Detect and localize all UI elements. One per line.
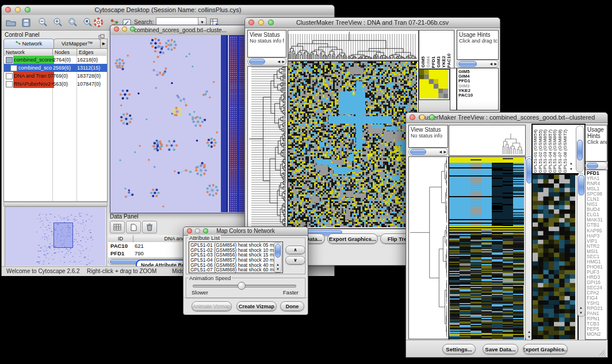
- slider-thumb[interactable]: [238, 282, 246, 290]
- treeview2-titlebar[interactable]: ClusterMaker TreeView : combined_scores_…: [406, 113, 607, 123]
- network-table-row[interactable]: RNAPuberNov2+ 563(0) 107847(0): [4, 80, 107, 88]
- heatmap-global-panel[interactable]: [288, 61, 419, 229]
- save-data-button[interactable]: Save Data...: [483, 344, 518, 354]
- scroll-thumb[interactable]: [577, 140, 583, 160]
- edges-column-header[interactable]: Edges: [77, 49, 106, 56]
- scroll-up-icon[interactable]: ▲: [527, 330, 531, 334]
- scroll-up-icon[interactable]: ▲: [579, 306, 583, 309]
- network-table-row[interactable]: DNA and Tran 07 769(0) 183728(0): [4, 72, 107, 80]
- scroll-right-icon[interactable]: ▶: [443, 150, 446, 154]
- zoom-heatmap-panel[interactable]: [531, 173, 579, 343]
- row-dendrogram-canvas[interactable]: [248, 67, 286, 227]
- scroll-thumb[interactable]: [249, 59, 265, 64]
- zoom-button[interactable]: [268, 20, 274, 25]
- hscrollbar[interactable]: ◀ ▶: [457, 60, 499, 68]
- open-session-button[interactable]: [5, 17, 17, 28]
- column-dendrogram-canvas[interactable]: [449, 125, 524, 154]
- close-button[interactable]: [5, 7, 11, 13]
- treeview1-titlebar[interactable]: ClusterMaker TreeView : DNA and Tran 07-…: [245, 18, 500, 28]
- zoom-heatmap-panel[interactable]: [419, 69, 450, 100]
- close-button[interactable]: [248, 20, 254, 25]
- scroll-down-icon[interactable]: ▼: [527, 335, 531, 339]
- zoom-in-button[interactable]: [52, 17, 64, 28]
- delete-attribute-button[interactable]: [142, 221, 157, 233]
- done-button[interactable]: Done: [280, 301, 304, 311]
- zoom-out-button[interactable]: [37, 17, 49, 28]
- zoom-button[interactable]: [130, 26, 135, 32]
- close-button[interactable]: [187, 228, 192, 233]
- move-down-button[interactable]: ∨: [285, 256, 305, 265]
- scroll-right-icon[interactable]: ▶: [494, 62, 497, 66]
- network-overview-panel[interactable]: [5, 206, 107, 267]
- network-overview-canvas[interactable]: [5, 207, 105, 266]
- column-dendrogram-panel[interactable]: [449, 125, 526, 156]
- id-column-header[interactable]: ID: [108, 235, 133, 242]
- export-graphics-button[interactable]: Export Graphics...: [327, 233, 378, 244]
- scroll-down-icon[interactable]: ▼: [276, 267, 280, 271]
- main-titlebar[interactable]: Cytoscape Desktop (Session Name: collins…: [2, 5, 334, 16]
- animate-vizmap-button[interactable]: Animate Vizmap: [192, 301, 232, 311]
- close-button[interactable]: [410, 114, 415, 120]
- row-dendrogram-panel[interactable]: [408, 156, 449, 339]
- create-vizmap-button[interactable]: Create Vizmap: [236, 301, 277, 311]
- zoom-button[interactable]: [203, 228, 208, 233]
- move-up-button[interactable]: ∧: [285, 246, 305, 254]
- scroll-thumb[interactable]: [578, 175, 584, 196]
- zoom-button[interactable]: [429, 114, 435, 120]
- heatmap-canvas[interactable]: [449, 157, 524, 339]
- minimize-button[interactable]: [258, 20, 264, 25]
- hscrollbar[interactable]: ◀ ▶: [408, 148, 448, 156]
- scroll-thumb[interactable]: [458, 61, 477, 67]
- scroll-down-icon[interactable]: ▼: [569, 167, 573, 171]
- scroll-down-icon[interactable]: ▼: [579, 311, 583, 315]
- network-canvas[interactable]: [110, 35, 250, 212]
- zoom-heatmap-canvas[interactable]: [419, 70, 448, 98]
- network-column-header[interactable]: Network: [4, 49, 53, 56]
- minimize-button[interactable]: [195, 228, 200, 233]
- scroll-thumb[interactable]: [410, 149, 426, 155]
- labels-vscrollbar[interactable]: [576, 125, 584, 173]
- scroll-left-icon[interactable]: ◀: [439, 150, 442, 154]
- tab-network[interactable]: Network: [3, 39, 54, 49]
- network-table-row[interactable]: combined_scores 2764(0) 16218(0): [4, 56, 107, 64]
- tab-vizmapper[interactable]: VizMapper™: [53, 39, 101, 49]
- export-graphics-button[interactable]: Export Graphics...: [523, 344, 568, 354]
- scroll-up-icon[interactable]: ▲: [569, 162, 573, 165]
- scroll-thumb[interactable]: [275, 244, 281, 258]
- resize-grip-icon[interactable]: [598, 349, 605, 356]
- gene-label[interactable]: MON2: [587, 332, 603, 337]
- network-table-row[interactable]: combined_sco 2569(6) 13112(15): [4, 64, 107, 72]
- tab-overflow-button[interactable]: ▶: [100, 39, 108, 49]
- attribute-item[interactable]: GPL51-07 (GSM868) heat shock 60 min: [190, 267, 278, 273]
- minimize-button[interactable]: [122, 26, 127, 32]
- save-session-button[interactable]: [20, 17, 32, 28]
- row-dendrogram-panel[interactable]: [247, 66, 288, 228]
- close-button[interactable]: [114, 26, 119, 32]
- nodes-column-header[interactable]: Nodes: [53, 49, 77, 56]
- zoom-selected-button[interactable]: [82, 17, 94, 28]
- scroll-right-icon[interactable]: ▶: [282, 60, 285, 63]
- zoom-button[interactable]: [25, 7, 30, 13]
- help-button[interactable]: [93, 17, 104, 28]
- heatmap-global-panel[interactable]: [449, 156, 526, 341]
- zoom-vscrollbar[interactable]: ▲ ▼: [577, 173, 586, 317]
- scroll-up-icon[interactable]: ▲: [276, 263, 280, 266]
- scroll-left-icon[interactable]: ◀: [489, 62, 492, 66]
- attribute-table-button[interactable]: [110, 221, 125, 233]
- scroll-thumb[interactable]: [587, 163, 598, 168]
- attribute-list[interactable]: GPL51-01 (GSM854) heat shock 05 minGPL51…: [189, 242, 283, 273]
- list-vscrollbar[interactable]: ▲ ▼: [274, 243, 282, 273]
- hscrollbar[interactable]: ◀ ▶: [247, 58, 286, 66]
- zoom-fit-button[interactable]: [67, 17, 79, 28]
- column-dendrogram-canvas[interactable]: [288, 30, 417, 59]
- network-view-titlebar[interactable]: combined_scores_good.txt--cluste...: [110, 25, 250, 36]
- panel-split-handle[interactable]: [3, 202, 108, 206]
- row-dendrogram-canvas[interactable]: [409, 157, 447, 338]
- minimize-button[interactable]: [419, 114, 425, 120]
- hscrollbar[interactable]: [585, 162, 607, 170]
- settings-button[interactable]: Settings...: [442, 344, 476, 354]
- new-attribute-button[interactable]: [126, 221, 141, 233]
- column-dendrogram-panel[interactable]: [288, 30, 419, 61]
- zoom-heatmap-canvas[interactable]: [533, 175, 575, 339]
- gene-label-list[interactable]: PFD1YRA1RNR4MSL1SPC98CLN1NIS1BUD4ELG1MAK…: [587, 171, 603, 338]
